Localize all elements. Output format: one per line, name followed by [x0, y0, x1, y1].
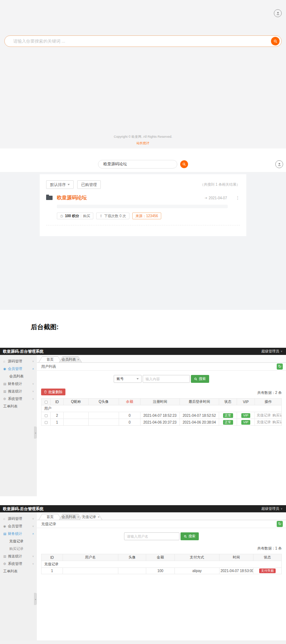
- search-button[interactable]: 搜索: [181, 532, 199, 540]
- search-row: 账号 搜索: [41, 375, 282, 383]
- tab-home[interactable]: 首页: [39, 356, 61, 362]
- sidebar-item-purchase-records[interactable]: 购买记录: [0, 545, 37, 552]
- batch-delete-button[interactable]: 批量删除: [41, 389, 65, 395]
- search-icon: [273, 39, 277, 43]
- sidebar-item-member[interactable]: ◉会员管理∨: [0, 522, 37, 530]
- sidebar-item-system[interactable]: ⚙系统管理∨: [0, 560, 37, 567]
- search-icon: [182, 162, 186, 166]
- tab-recharge-records[interactable]: 充值记录×: [79, 514, 102, 520]
- col-vip: VIP: [237, 399, 255, 405]
- table-group-row: 用户: [41, 405, 282, 412]
- col-username: 用户名: [63, 554, 118, 561]
- sidebar-item-member-list[interactable]: 会员列表: [0, 372, 37, 380]
- col-amount: 金额: [146, 554, 175, 561]
- filter-select[interactable]: 账号: [114, 375, 142, 383]
- more-options-icon[interactable]: ⋮: [236, 195, 240, 200]
- home-icon: ⌂: [3, 517, 8, 521]
- refresh-button[interactable]: ↻: [277, 521, 283, 527]
- admin-user-menu[interactable]: 超级管理员 ∨: [261, 349, 282, 354]
- results-search-input[interactable]: [98, 160, 177, 169]
- sidebar-item-ticket[interactable]: 工单列表: [0, 402, 37, 410]
- cell-actions: 充值记录购买记录编辑删除: [255, 412, 282, 419]
- grid-icon: ▥: [3, 555, 8, 558]
- source-code-label: 来源：123456: [135, 214, 158, 219]
- search-icon: [184, 535, 187, 538]
- user-avatar-icon[interactable]: [274, 9, 282, 17]
- landing-section: Copyright © 欧皇网. All Rights Reserved. 站长…: [0, 0, 286, 148]
- chevron-down-icon: ∨: [281, 350, 282, 353]
- result-item[interactable]: 欧皇源码论坛 ➔ 2021-04-07 ⋮: [46, 195, 240, 201]
- username-input[interactable]: [124, 532, 179, 540]
- search-row: 搜索: [41, 532, 282, 540]
- home-icon: ⌂: [3, 360, 8, 363]
- page-bottom-strip: [0, 640, 286, 644]
- close-icon[interactable]: ×: [77, 358, 79, 361]
- op-recharge-link[interactable]: 充值记录: [257, 413, 271, 417]
- sidebar-item-member[interactable]: ◉会员管理∧: [0, 365, 37, 372]
- tab-member-list[interactable]: 会员列表×: [59, 356, 82, 362]
- refresh-button[interactable]: ↻: [277, 364, 283, 370]
- admin-sidebar: ⌂源码管理∨ ◉会员管理∨ ▤财务统计∧ 充值记录 购买记录 ▥推送统计∨ ⚙系…: [0, 512, 37, 640]
- sidebar-item-push[interactable]: ▥推送统计∨: [0, 552, 37, 560]
- cell-qavatar: [89, 419, 119, 426]
- caret-down-icon: [68, 184, 70, 185]
- table-header-row: ID Q昵称 Q头像 余额 注册时间 最后登录时间 状态 VIP 操作: [41, 399, 282, 405]
- stats-icon: ▤: [3, 532, 8, 536]
- vip-badge: VIP: [241, 420, 250, 425]
- col-last-login: 最后登录时间: [180, 399, 219, 405]
- tab-home[interactable]: 首页: [39, 514, 61, 520]
- sidebar-sub-label: 充值记录: [9, 539, 24, 544]
- sidebar-item-source[interactable]: ⌂源码管理∨: [0, 357, 37, 365]
- close-icon[interactable]: ×: [77, 515, 79, 519]
- landing-search-input[interactable]: [13, 39, 271, 44]
- results-search-button[interactable]: [180, 160, 188, 168]
- recharge-table: 充值记录 ID 用户名 头像 金额 支付方式 时间 状态: [41, 554, 282, 574]
- sidebar-item-source[interactable]: ⌂源码管理∨: [0, 515, 37, 522]
- op-recharge-link[interactable]: 充值记录: [257, 420, 271, 424]
- user-avatar-icon[interactable]: [275, 160, 283, 168]
- landing-search-button[interactable]: [271, 37, 280, 45]
- sidebar-sub-label: 购买记录: [9, 546, 24, 551]
- sidebar-item-system[interactable]: ⚙系统管理∨: [0, 395, 37, 402]
- tab-member-list[interactable]: 会员列表×: [59, 514, 82, 520]
- row-checkbox[interactable]: [45, 421, 48, 424]
- cell-balance: 0: [119, 419, 140, 426]
- table-group-row: 充值记录: [41, 561, 282, 568]
- result-item-title[interactable]: 欧皇源码论坛: [57, 195, 87, 201]
- sidebar-item-ticket[interactable]: 工单列表: [0, 567, 37, 575]
- cell-amount: 100: [146, 568, 175, 574]
- col-status: 状态: [219, 399, 237, 405]
- table-row: 2 0 2021-04-07 18:52:23 2021-04-07 18:52…: [41, 412, 282, 419]
- close-icon[interactable]: ×: [98, 515, 99, 519]
- sidebar-collapse-handle[interactable]: ◂: [34, 593, 37, 605]
- result-toolbar: 默认排序 已购管理 （共搜到 1 条相关结果）: [46, 180, 240, 189]
- sidebar-label: 财务统计: [8, 531, 22, 536]
- copyright-text: Copyright © 欧皇网. All Rights Reserved.: [0, 135, 286, 139]
- admin-user-label: 超级管理员: [261, 506, 279, 511]
- sort-button[interactable]: 默认排序: [46, 180, 74, 189]
- row-checkbox[interactable]: [45, 414, 48, 417]
- purchased-manage-button[interactable]: 已购管理: [77, 180, 101, 189]
- op-purchase-link[interactable]: 购买记录: [272, 420, 282, 424]
- search-button[interactable]: 搜索: [191, 375, 209, 383]
- sidebar-item-finance[interactable]: ▤财务统计∧: [0, 530, 37, 537]
- admin-user-menu[interactable]: 超级管理员 ∨: [261, 506, 282, 511]
- buy-label[interactable]: 购买: [83, 214, 90, 219]
- site-stats-link[interactable]: 站长统计: [137, 141, 149, 146]
- select-all-checkbox[interactable]: [45, 401, 48, 404]
- op-purchase-link[interactable]: 购买记录: [272, 413, 282, 417]
- clock-icon: ◷: [60, 214, 63, 218]
- status-badge: 正常: [223, 420, 233, 425]
- vip-badge: VIP: [241, 413, 250, 418]
- table-row: 1 100 alipay 2021-04-07 18:53:00 支付失败: [41, 568, 282, 574]
- chevron-down-icon: ∨: [32, 397, 34, 400]
- points-chip[interactable]: ◷ 100 积分 购买: [57, 213, 93, 219]
- sidebar-item-finance[interactable]: ▤财务统计∨: [0, 380, 37, 387]
- sidebar-collapse-handle[interactable]: ◂: [34, 426, 37, 439]
- sidebar-item-push[interactable]: ▥推送统计∨: [0, 387, 37, 395]
- batch-delete-label: 批量删除: [48, 390, 63, 395]
- sidebar-item-recharge-records[interactable]: 充值记录: [0, 537, 37, 545]
- gear-icon: ⚙: [3, 562, 8, 566]
- keyword-input[interactable]: [143, 375, 190, 383]
- sidebar-label: 会员管理: [8, 366, 22, 371]
